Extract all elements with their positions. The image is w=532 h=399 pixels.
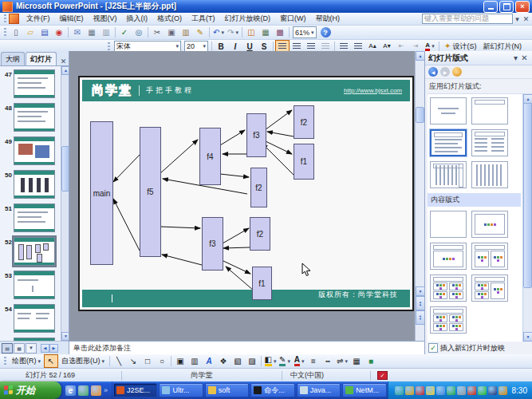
toolbar-grip[interactable] — [4, 14, 6, 23]
show-desktop-icon[interactable] — [78, 385, 89, 396]
task-pane-scrollbar[interactable]: ▲ ▼ — [522, 94, 532, 342]
line-color-button[interactable]: ✎▾ — [278, 354, 292, 368]
task-pane-dropdown-icon[interactable]: ▾ — [511, 53, 520, 62]
media-player-icon[interactable] — [91, 385, 101, 396]
slide-canvas[interactable]: 尚学堂 手把手教程 http://www.bjsxt.com 版权所有：尚学堂科… — [69, 51, 424, 341]
permission-button[interactable]: ◉ — [52, 26, 66, 39]
layout-title-slide[interactable] — [430, 97, 467, 124]
checkbox-checked-icon[interactable]: ✓ — [428, 343, 438, 353]
menu-item-5[interactable]: 工具(T) — [187, 13, 220, 25]
scroll-down-icon[interactable]: ▼ — [523, 332, 532, 342]
open-button[interactable]: ▱ — [23, 26, 37, 39]
dash-style-button[interactable]: ┅ — [321, 354, 335, 368]
start-button[interactable]: 开始 — [0, 381, 61, 399]
slide-thumbnail-54[interactable] — [14, 304, 55, 333]
toolbar-grip[interactable] — [4, 28, 6, 37]
slideshow-view-button[interactable]: ▼ — [26, 343, 37, 354]
arrow-button[interactable]: ↘ — [126, 354, 140, 368]
clip-art-button[interactable]: ▧ — [231, 354, 245, 368]
tables-and-borders-button[interactable]: ▩ — [273, 26, 287, 39]
scroll-up-icon[interactable]: ▲ — [416, 51, 424, 61]
task-button-2[interactable]: soft — [205, 383, 249, 397]
oval-button[interactable]: ○ — [155, 354, 169, 368]
layout-blank[interactable] — [430, 211, 467, 238]
help-button[interactable]: ? — [321, 27, 331, 38]
task-button-5[interactable]: NetM... — [342, 383, 386, 397]
menu-item-3[interactable]: 插入(I) — [122, 13, 153, 25]
minimize-button[interactable] — [483, 1, 498, 13]
stack-frame-box-f2[interactable]: f2 — [294, 105, 314, 139]
vertical-text-box-button[interactable]: ▥ — [187, 354, 202, 368]
home-button[interactable]: ⌂ — [452, 67, 462, 77]
stack-frame-box-main[interactable]: main — [90, 121, 113, 265]
forward-button[interactable]: ▶ — [440, 67, 450, 77]
rectangle-button[interactable]: □ — [140, 354, 155, 368]
cut-button[interactable]: ✂ — [150, 26, 164, 39]
stack-frame-box-f3[interactable]: f3 — [246, 113, 266, 157]
slide-sorter-view-button[interactable]: ▦ — [14, 343, 25, 354]
layout-title-text[interactable] — [430, 129, 467, 156]
save-button[interactable]: ▤ — [37, 26, 52, 39]
normal-view-button[interactable]: ▤ — [2, 343, 13, 354]
layout-title-2x2[interactable] — [430, 306, 467, 334]
research-button[interactable]: ◎ — [132, 26, 146, 39]
notes-pane[interactable]: 单击此处添加备注 — [69, 341, 424, 354]
insert-table-button[interactable]: ▦ — [258, 26, 273, 39]
scrollbar-thumb[interactable] — [416, 107, 424, 123]
layout-title-four-content[interactable] — [430, 275, 467, 302]
autoshapes-menu-button[interactable]: 自选图形(U)▾ — [58, 355, 108, 367]
tray-icon-0[interactable] — [395, 386, 404, 395]
toolbar-grip[interactable] — [4, 357, 6, 365]
tray-icon-1[interactable] — [405, 386, 414, 395]
menu-item-7[interactable]: 窗口(W) — [275, 13, 311, 25]
tray-icon-10[interactable] — [499, 386, 507, 395]
next-slide-button[interactable]: ▼▼ — [416, 310, 424, 325]
line-style-button[interactable]: ≡ — [306, 354, 321, 368]
text-box-button[interactable]: ▣ — [173, 354, 187, 368]
scrollbar-thumb[interactable] — [61, 146, 69, 192]
draw-menu-button[interactable]: 绘图(R) ▾ — [9, 355, 44, 367]
slide-thumbnail-55[interactable] — [14, 338, 55, 341]
select-arrow-button[interactable]: ↖ — [44, 354, 58, 368]
back-button[interactable]: ◀ — [428, 67, 438, 77]
close-button[interactable]: × — [515, 1, 530, 13]
menu-item-2[interactable]: 视图(V) — [89, 13, 122, 25]
scroll-right-icon[interactable]: ▶ — [49, 344, 58, 353]
stack-frame-box-f4[interactable]: f4 — [199, 128, 221, 185]
paste-button[interactable]: ▥ — [179, 26, 193, 39]
stack-frame-box-f2[interactable]: f2 — [250, 217, 270, 251]
mail-button[interactable]: ✉ — [70, 26, 85, 39]
scroll-left-icon[interactable]: ◀ — [41, 344, 49, 353]
slide[interactable]: 尚学堂 手把手教程 http://www.bjsxt.com 版权所有：尚学堂科… — [78, 76, 414, 311]
layout-vert-title-text[interactable] — [430, 161, 467, 188]
slide-thumbnail-53[interactable] — [14, 271, 55, 299]
redo-button[interactable]: ↷▾ — [226, 26, 240, 39]
tab-slides[interactable]: 幻灯片 — [26, 52, 57, 65]
tray-icon-5[interactable] — [447, 386, 455, 395]
help-dropdown-icon[interactable]: ▾ — [513, 14, 522, 23]
layout-title-2left-1right[interactable] — [471, 275, 508, 302]
menu-item-6[interactable]: 幻灯片放映(D) — [220, 13, 276, 25]
layout-vert-text[interactable] — [471, 161, 508, 188]
tray-icon-2[interactable] — [416, 386, 424, 395]
show-on-insert-option[interactable]: ✓ 插入新幻灯片时放映 — [425, 342, 532, 354]
task-button-1[interactable]: Ultr... — [159, 383, 203, 397]
format-painter-button[interactable]: ✎ — [193, 26, 207, 39]
print-preview-button[interactable]: ▥ — [99, 26, 113, 39]
slide-thumbnail-48[interactable] — [14, 103, 55, 132]
layout-title-two-content[interactable] — [471, 243, 508, 270]
diagram-button[interactable]: ❖ — [216, 354, 231, 368]
slide-thumbnail-52[interactable] — [14, 237, 55, 266]
menu-item-8[interactable]: 帮助(H) — [311, 13, 345, 25]
wordart-button[interactable]: A — [202, 354, 216, 368]
new-button[interactable]: ▯ — [9, 26, 23, 39]
copy-button[interactable]: ▣ — [164, 26, 179, 39]
vertical-scrollbar[interactable]: ▲ ▼ ▲▲ ▼▼ — [415, 51, 424, 341]
toolbar-grip[interactable] — [108, 42, 110, 51]
tray-icon-3[interactable] — [426, 386, 435, 395]
pane-close-icon[interactable]: ✕ — [59, 57, 68, 65]
tray-icon-9[interactable] — [488, 386, 497, 395]
layout-two-col-text[interactable] — [471, 129, 508, 156]
menubar-close-icon[interactable]: ✕ — [522, 14, 530, 23]
undo-button[interactable]: ↶▾ — [211, 26, 226, 39]
